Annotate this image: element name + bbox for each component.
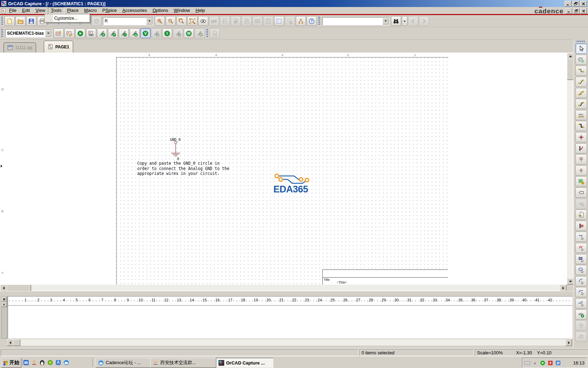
voltage-level-marker-button[interactable]: V <box>97 28 107 38</box>
title-block[interactable]: Title <Title> <box>322 270 448 285</box>
ground-symbol[interactable]: GND_0 0 <box>163 135 191 163</box>
quicklaunch-blue-app[interactable] <box>55 360 61 366</box>
create-netlist-button[interactable] <box>241 16 252 26</box>
view-hierarchy-button[interactable] <box>296 16 306 26</box>
search-options-dropdown[interactable] <box>402 16 407 26</box>
panel-scroll-icon[interactable] <box>1 302 7 307</box>
current-marker-button[interactable]: I <box>119 28 129 38</box>
place-part-button[interactable] <box>575 55 587 65</box>
redo-button[interactable] <box>91 16 102 26</box>
part-combo[interactable]: R <box>103 17 153 25</box>
vertical-scroll-thumb[interactable] <box>567 59 574 80</box>
toggle-voltage-display-button[interactable]: V <box>151 28 161 38</box>
mdi-restore-button[interactable] <box>573 8 580 14</box>
panel-horizontal-scrollbar[interactable] <box>7 339 572 346</box>
place-wire-button[interactable] <box>575 66 587 76</box>
cross-reference-button[interactable] <box>252 16 262 26</box>
enable-bias-current-button[interactable]: I <box>162 28 172 38</box>
zoom-area-button[interactable] <box>176 16 187 26</box>
zoom-out-button[interactable] <box>166 16 176 26</box>
horizontal-scroll-thumb[interactable] <box>7 285 31 291</box>
select-tool-button[interactable] <box>575 43 587 54</box>
auto-wire-two-points-button[interactable] <box>575 77 587 87</box>
back-annotate-button[interactable] <box>220 16 230 26</box>
mdi-close-button[interactable] <box>580 8 587 14</box>
place-junction-button[interactable] <box>575 132 587 142</box>
navigate-forward-button[interactable] <box>419 16 429 26</box>
tray-collapse[interactable]: « <box>532 360 538 366</box>
search-combo-dropdown[interactable] <box>383 18 389 25</box>
run-pspice-button[interactable] <box>75 28 85 38</box>
place-no-connect-button[interactable] <box>575 221 587 231</box>
place-power-button[interactable]: Vxx <box>575 154 587 164</box>
place-ellipse-button[interactable] <box>575 265 587 275</box>
place-hierarchical-block-button[interactable] <box>575 176 587 186</box>
toolbar-grip[interactable] <box>1 17 3 25</box>
toolbar-grip[interactable] <box>318 17 320 25</box>
tab-page1[interactable]: PAGE1 <box>44 41 73 53</box>
quicklaunch-qq[interactable] <box>39 360 45 366</box>
menu-macro[interactable]: Macro <box>81 7 99 14</box>
menu-file[interactable]: File <box>6 7 19 14</box>
toggle-power-display-button[interactable]: W <box>195 28 205 38</box>
save-document-button[interactable] <box>26 16 36 26</box>
enable-bias-voltage-button[interactable]: V <box>140 28 150 38</box>
toolbar-grip[interactable] <box>206 29 208 38</box>
palette-grip[interactable] <box>577 41 585 42</box>
enable-bias-power-button[interactable]: W <box>184 28 194 38</box>
canvas-horizontal-scrollbar[interactable] <box>0 285 567 291</box>
part-combo-dropdown[interactable] <box>146 18 153 25</box>
session-log-content[interactable] <box>8 305 573 339</box>
place-line-button[interactable] <box>575 232 587 242</box>
start-button[interactable]: 开始 <box>1 358 21 368</box>
scroll-down-button[interactable] <box>567 278 574 285</box>
voltage-differential-marker-button[interactable]: + <box>108 28 118 38</box>
place-net-alias-button[interactable]: abc <box>575 110 587 120</box>
place-bezier-button[interactable] <box>575 298 587 308</box>
place-hierarchical-pin-button[interactable] <box>575 199 587 209</box>
annotate-button[interactable]: U? <box>209 16 219 26</box>
place-bus-button[interactable] <box>575 121 587 131</box>
scroll-left-button[interactable] <box>0 285 7 291</box>
place-rectangle-button[interactable] <box>575 254 587 264</box>
new-document-button[interactable] <box>5 16 15 26</box>
place-ole-object-button[interactable] <box>575 332 587 342</box>
close-panel-icon[interactable] <box>1 297 7 302</box>
tray-blue-app[interactable]: 拼 <box>555 360 561 366</box>
menu-help[interactable]: Help <box>193 7 208 14</box>
place-polyline-button[interactable] <box>575 243 587 253</box>
taskbar-task-3[interactable]: OrCAD Capture ... <box>216 358 273 368</box>
place-hierarchical-port-button[interactable] <box>575 188 587 198</box>
toggle-current-display-button[interactable]: I <box>173 28 183 38</box>
menu-window[interactable]: Window <box>171 7 192 14</box>
menu-tools[interactable]: Tools <box>48 7 64 14</box>
tab-11111-opj[interactable]: 11111.opj <box>4 42 36 53</box>
place-ground-button[interactable] <box>575 165 587 176</box>
fisheye-view-button[interactable] <box>198 16 208 26</box>
quicklaunch-cloud-browser[interactable] <box>63 360 69 366</box>
place-arc-button[interactable] <box>575 276 587 286</box>
taskbar-task-2[interactable]: 西安技术交流群... <box>150 358 219 368</box>
menu-view[interactable]: View <box>33 7 48 14</box>
view-simulation-output-button[interactable] <box>210 28 220 38</box>
new-simulation-profile-button[interactable] <box>54 28 64 38</box>
bill-of-materials-button[interactable] <box>263 16 273 26</box>
menu-place[interactable]: Place <box>64 7 82 14</box>
place-picture-button[interactable] <box>575 320 587 330</box>
auto-wire-multi-points-button[interactable] <box>575 88 587 98</box>
quicklaunch-messenger[interactable] <box>31 360 37 366</box>
design-rules-check-button[interactable] <box>231 16 241 26</box>
canvas-vertical-scrollbar[interactable] <box>567 53 573 285</box>
menu-item-customize[interactable]: Customize... <box>45 15 89 22</box>
taskbar-task-1[interactable]: Cadence论坛 - ... <box>96 358 153 368</box>
panel-scroll-thumb[interactable] <box>13 339 20 346</box>
scroll-right-button[interactable] <box>560 285 567 291</box>
search-combo[interactable] <box>322 17 390 25</box>
navigate-back-button[interactable] <box>408 16 418 26</box>
tray-green-app[interactable] <box>540 360 546 366</box>
scroll-up-button[interactable] <box>567 53 574 59</box>
edit-simulation-profile-button[interactable] <box>64 28 75 38</box>
place-text-button[interactable]: abc <box>575 309 587 320</box>
zoom-all-button[interactable] <box>187 16 197 26</box>
menu-options[interactable]: Options <box>150 7 171 14</box>
